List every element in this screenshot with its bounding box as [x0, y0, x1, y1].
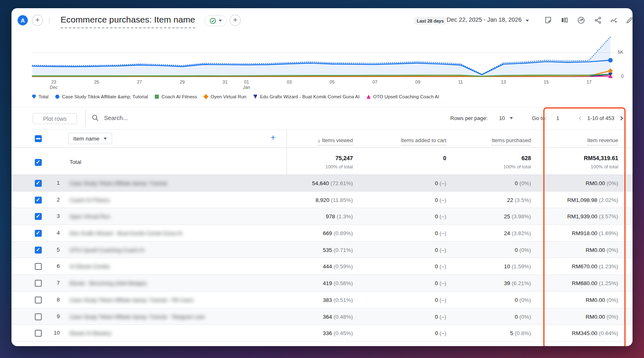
row-checkbox[interactable] [35, 263, 42, 270]
column-header-item-revenue[interactable]: Item revenue [587, 137, 618, 145]
x-axis-tick: 07 [367, 79, 383, 90]
x-axis-tick: 05 [324, 79, 340, 90]
page-title[interactable]: Ecommerce purchases: Item name [61, 15, 195, 28]
x-axis-tick: 13 [495, 79, 512, 90]
checkmark-circle-icon [210, 18, 216, 24]
table-row[interactable]: 8 Case Study Tiktok Affiliate &amp; Tuto… [11, 292, 633, 308]
table-row[interactable]: 3 Oyen Virtual Run 978 (1.3%) 0 (–) 25 (… [11, 208, 633, 225]
edit-icon[interactable] [624, 15, 633, 25]
row-number: 2 [44, 197, 60, 203]
items-added-cell: 0 (–) [435, 180, 446, 186]
legend-label: Total [38, 94, 48, 99]
table-row[interactable]: 6 AI Ebook Combo 444 (0.59%) 0 (–) 10 (1… [11, 258, 633, 275]
total-items-viewed: 75,247 [335, 155, 353, 161]
legend-label: OTO Upsell Coaching Coach AI [373, 94, 439, 99]
report-status-badge[interactable] [204, 15, 227, 26]
legend-marker-icon [203, 94, 208, 99]
go-to-page-input[interactable]: 1 [556, 115, 559, 121]
items-viewed-cell: 978 (1.3%) [326, 213, 353, 220]
row-checkbox[interactable] [35, 280, 42, 287]
items-added-cell: 0 (–) [435, 280, 446, 286]
insights-circle-icon[interactable] [576, 15, 586, 25]
insights-sparkline-icon[interactable] [608, 15, 619, 25]
legend-item[interactable]: Total [32, 94, 48, 99]
total-row-label: Total [70, 159, 81, 165]
row-checkbox[interactable] [35, 313, 42, 320]
date-range-chevron-icon[interactable] [526, 20, 529, 22]
table-row[interactable]: 7 Ebook - Becoming (Abid Belajar) 419 (0… [11, 275, 633, 292]
dimension-label: Item name [73, 136, 99, 142]
column-header-items-added-to-cart[interactable]: Items added to cart [401, 137, 446, 145]
items-viewed-cell: 8,920 (11.85%) [316, 197, 353, 203]
table-row[interactable]: 4 Edu Grafix Wizard - Buat Komik Comel G… [11, 225, 633, 242]
column-header-items-viewed[interactable]: ↓Items viewed [318, 137, 353, 145]
row-number: 6 [44, 263, 60, 269]
total-row-checkbox[interactable] [35, 159, 42, 166]
avatar[interactable]: A [18, 15, 28, 25]
legend-marker-icon [253, 95, 258, 99]
next-page-button[interactable]: › [619, 114, 624, 122]
legend-item[interactable]: Case Study Tiktok Affiliate &amp; Tutori… [55, 94, 148, 99]
row-checkbox[interactable] [35, 230, 42, 237]
header-divider-line [11, 147, 633, 148]
table-row[interactable]: 1 Case Study Tiktok Affiliate &amp; Tuto… [11, 175, 633, 192]
search-input[interactable] [104, 115, 227, 121]
items-added-cell: 0 (–) [435, 230, 446, 236]
dimension-selector[interactable]: Item name [68, 133, 112, 144]
row-number: 1 [44, 180, 60, 186]
x-axis-tick: 27 [131, 79, 148, 90]
legend-marker-icon [155, 95, 159, 99]
share-icon[interactable] [592, 15, 603, 25]
legend-label: Case Study Tiktok Affiliate &amp; Tutori… [62, 94, 148, 99]
plot-rows-button[interactable]: Plot rows [33, 113, 77, 124]
table-row[interactable]: 9 Case Study Tiktok Affiliate &amp; Tuto… [11, 308, 633, 325]
notes-icon[interactable] [543, 15, 554, 25]
row-checkbox[interactable] [35, 330, 42, 337]
items-viewed-cell: 364 (0.48%) [323, 314, 353, 320]
go-to-label: Go to: [532, 115, 546, 121]
row-checkbox[interactable] [35, 197, 42, 204]
sort-descending-icon: ↓ [318, 137, 321, 143]
compare-reports-icon[interactable] [559, 15, 570, 25]
items-purchased-cell: 0 (0%) [515, 314, 531, 320]
legend-item[interactable]: OTO Upsell Coaching Coach AI [366, 94, 439, 99]
legend-item[interactable]: Oyen Virtual Run [204, 94, 246, 99]
add-metric-button[interactable]: + [271, 133, 276, 143]
table-row[interactable]: 10 Ebook AI Mastery 336 (0.45%) 0 (–) 5 … [11, 325, 633, 342]
x-axis-tick: 25 [88, 79, 105, 90]
legend-item[interactable]: Edu Grafix Wizard - Buat Komik Comel Gun… [253, 94, 360, 99]
row-checkbox[interactable] [35, 213, 42, 220]
table-row[interactable]: 5 OTO Upsell Coaching Coach AI 535 (0.71… [11, 242, 633, 258]
row-number: 4 [44, 230, 60, 236]
row-checkbox[interactable] [35, 180, 42, 187]
previous-page-button[interactable]: ‹ [578, 114, 582, 122]
items-purchased-cell: 5 (0.8%) [510, 330, 531, 336]
row-number: 8 [44, 297, 60, 303]
row-number: 5 [44, 247, 60, 253]
legend-item[interactable]: Coach AI Fitness [155, 94, 197, 99]
items-added-cell: 0 (–) [435, 263, 446, 270]
controls-divider [85, 110, 86, 127]
legend-marker-icon [32, 95, 36, 99]
x-axis-tick: 15 [538, 79, 554, 90]
item-revenue-cell: RM0.00 (0%) [585, 297, 618, 303]
items-added-cell: 0 (–) [435, 213, 446, 220]
page-status: 1-10 of 453 [588, 115, 615, 121]
table-body: 1 Case Study Tiktok Affiliate &amp; Tuto… [11, 175, 633, 342]
rows-per-page-chevron-icon[interactable] [510, 117, 513, 119]
items-viewed-cell: 419 (0.56%) [323, 280, 353, 286]
select-all-checkbox[interactable] [35, 135, 42, 142]
add-comparison-button[interactable]: + [32, 15, 43, 26]
row-checkbox[interactable] [35, 247, 42, 254]
rows-per-page-value[interactable]: 10 [499, 115, 505, 121]
column-header-items-purchased[interactable]: Items purchased [492, 137, 531, 145]
table-row[interactable]: 2 Coach AI Fitness 8,920 (11.85%) 0 (–) … [11, 192, 633, 208]
row-checkbox[interactable] [35, 297, 42, 304]
x-axis-tick: 17 [581, 79, 597, 90]
items-purchased-cell: 24 (3.82%) [504, 230, 531, 236]
date-range-value[interactable]: Dec 22, 2025 - Jan 18, 2026 [447, 16, 522, 23]
add-report-tab-button[interactable]: + [230, 15, 241, 26]
items-added-cell: 0 (–) [435, 330, 446, 336]
line-chart[interactable] [32, 33, 610, 79]
item-name: Oyen Virtual Run [70, 213, 110, 220]
